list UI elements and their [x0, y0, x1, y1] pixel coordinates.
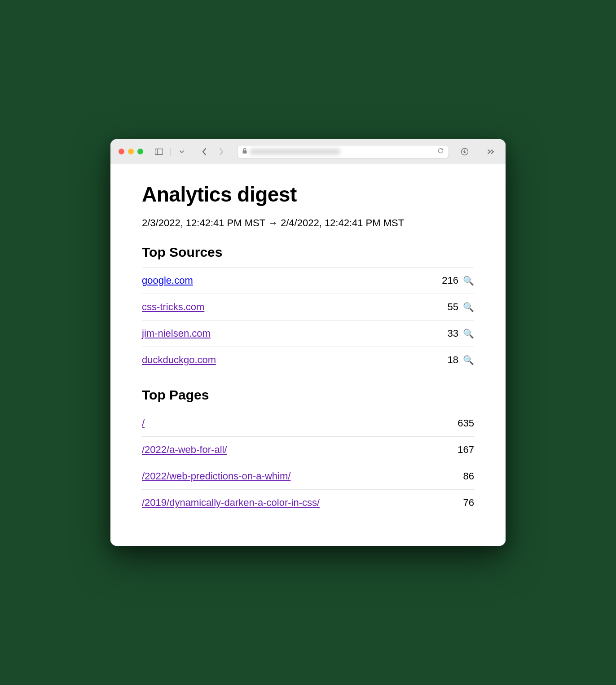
- top-sources-heading: Top Sources: [142, 245, 474, 260]
- close-window-button[interactable]: [119, 149, 124, 154]
- top-sources-list: google.com216🔍css-tricks.com55🔍jim-niels…: [142, 267, 474, 373]
- sidebar-icon: [155, 149, 163, 155]
- reload-button[interactable]: [437, 147, 444, 156]
- chevron-right-icon: [219, 148, 224, 156]
- top-pages-heading: Top Pages: [142, 387, 474, 403]
- page-value: 635: [458, 417, 474, 429]
- page-title: Analytics digest: [142, 182, 474, 206]
- magnify-icon[interactable]: 🔍: [463, 328, 474, 339]
- downloads-button[interactable]: [458, 145, 471, 158]
- page-row: /2019/dynamically-darken-a-color-in-css/…: [142, 489, 474, 516]
- download-icon: [461, 148, 469, 156]
- page-link[interactable]: /2022/web-predictions-on-a-whim/: [142, 470, 290, 482]
- source-link[interactable]: duckduckgo.com: [142, 354, 216, 366]
- address-bar[interactable]: [237, 145, 449, 158]
- window-controls: [119, 149, 143, 154]
- browser-toolbar: [110, 139, 506, 164]
- page-value: 86: [463, 470, 474, 482]
- magnify-icon[interactable]: 🔍: [463, 275, 474, 286]
- maximize-window-button[interactable]: [137, 149, 143, 154]
- source-value: 216: [442, 275, 458, 286]
- reload-icon: [437, 147, 444, 154]
- source-row: jim-nielsen.com33🔍: [142, 320, 474, 347]
- source-row: google.com216🔍: [142, 267, 474, 294]
- browser-window: Analytics digest 2/3/2022, 12:42:41 PM M…: [110, 139, 506, 546]
- lock-icon: [242, 148, 247, 156]
- chevron-double-right-icon: [487, 149, 494, 154]
- page-row: /635: [142, 410, 474, 436]
- magnify-icon[interactable]: 🔍: [463, 355, 474, 365]
- page-value: 167: [458, 444, 474, 456]
- source-value: 33: [448, 328, 458, 339]
- url-text-obscured: [250, 149, 340, 155]
- page-link[interactable]: /2022/a-web-for-all/: [142, 444, 227, 456]
- forward-button[interactable]: [215, 145, 228, 158]
- page-content: Analytics digest 2/3/2022, 12:42:41 PM M…: [110, 164, 506, 546]
- chevron-left-icon: [202, 148, 207, 156]
- source-link[interactable]: jim-nielsen.com: [142, 328, 211, 339]
- source-value: 18: [448, 354, 458, 366]
- tab-group-dropdown[interactable]: [175, 145, 189, 158]
- source-link[interactable]: css-tricks.com: [142, 301, 204, 313]
- toolbar-divider: [170, 148, 171, 156]
- page-row: /2022/a-web-for-all/167: [142, 436, 474, 463]
- overflow-menu-button[interactable]: [484, 145, 497, 158]
- source-row: css-tricks.com55🔍: [142, 294, 474, 320]
- minimize-window-button[interactable]: [128, 149, 134, 154]
- magnify-icon[interactable]: 🔍: [463, 302, 474, 312]
- date-range: 2/3/2022, 12:42:41 PM MST → 2/4/2022, 12…: [142, 216, 411, 230]
- svg-rect-0: [155, 149, 163, 154]
- svg-rect-2: [243, 150, 247, 154]
- chevron-down-icon: [180, 150, 184, 153]
- page-link[interactable]: /2019/dynamically-darken-a-color-in-css/: [142, 497, 320, 509]
- page-row: /2022/web-predictions-on-a-whim/86: [142, 463, 474, 489]
- page-value: 76: [463, 497, 474, 509]
- source-row: duckduckgo.com18🔍: [142, 347, 474, 373]
- source-link[interactable]: google.com: [142, 275, 193, 286]
- top-pages-list: /635/2022/a-web-for-all/167/2022/web-pre…: [142, 410, 474, 516]
- sidebar-toggle-button[interactable]: [152, 145, 166, 158]
- back-button[interactable]: [198, 145, 211, 158]
- page-link[interactable]: /: [142, 417, 145, 429]
- source-value: 55: [448, 301, 458, 313]
